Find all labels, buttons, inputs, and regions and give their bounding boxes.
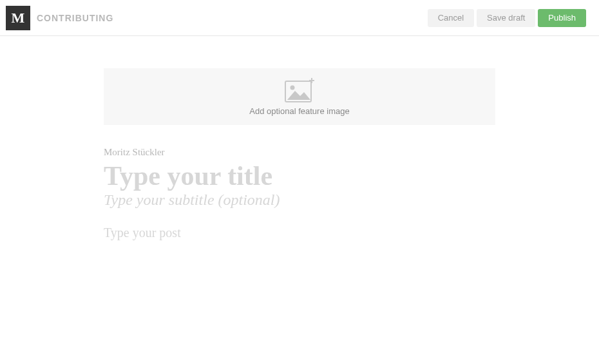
app-logo-text: M [12,10,25,26]
header-bar: M CONTRIBUTING Cancel Save draft Publish [0,0,599,36]
feature-image-dropzone[interactable]: Add optional feature image [104,68,495,125]
header-left: M CONTRIBUTING [6,6,113,30]
cancel-button[interactable]: Cancel [428,9,474,27]
editor-column: Add optional feature image Moritz Stückl… [104,68,495,287]
feature-image-label: Add optional feature image [249,106,349,116]
header-actions: Cancel Save draft Publish [428,9,586,27]
context-label: CONTRIBUTING [37,13,113,23]
publish-button[interactable]: Publish [538,9,586,27]
svg-point-1 [290,85,295,90]
title-input[interactable] [104,160,495,191]
author-name: Moritz Stückler [104,147,495,158]
save-draft-button[interactable]: Save draft [477,9,535,27]
body-input[interactable] [104,225,495,285]
subtitle-input[interactable] [104,191,495,209]
image-add-icon [285,78,314,102]
app-logo[interactable]: M [6,6,30,30]
